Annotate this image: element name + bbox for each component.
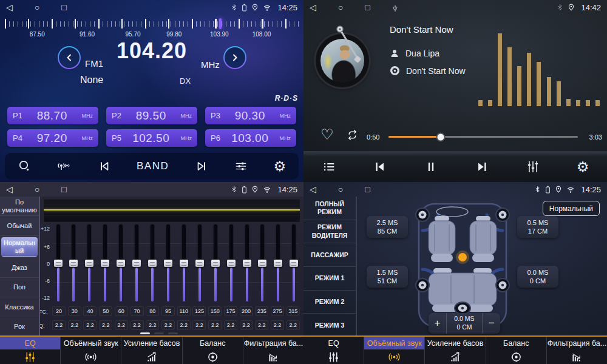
radio-preset-button[interactable]: P289.50MHz <box>106 107 197 124</box>
slider-handle[interactable] <box>274 260 282 267</box>
pause-button[interactable] <box>424 160 438 174</box>
eq-band-slider[interactable] <box>179 224 188 302</box>
eq-band-slider[interactable] <box>132 224 141 302</box>
eq-band-slider[interactable] <box>53 224 63 302</box>
previous-track-button[interactable] <box>372 160 388 174</box>
settings-button[interactable]: ⚙ <box>577 160 589 174</box>
front-right-delay-box[interactable]: 0.5 MS 17 CM <box>517 216 558 238</box>
home-icon[interactable]: ○ <box>338 0 343 15</box>
eq-preset-item[interactable]: Классика <box>0 297 39 317</box>
eq-band-slider[interactable] <box>85 224 94 302</box>
rear-right-delay-box[interactable]: 0.0 MS 0 CM <box>517 266 558 288</box>
tab-filter[interactable]: Фильтрация ба... <box>547 337 607 364</box>
slider-handle[interactable] <box>227 260 236 267</box>
slider-handle[interactable] <box>195 260 204 267</box>
tab-bass-boost[interactable]: Усиление басов <box>425 337 486 364</box>
tune-up-button[interactable] <box>223 46 246 69</box>
tab-balance[interactable]: Баланс <box>486 337 547 364</box>
slider-handle[interactable] <box>54 260 63 267</box>
band-switch-button[interactable]: BAND <box>137 160 169 172</box>
progress-knob[interactable] <box>436 132 445 141</box>
tab-surround-sound[interactable]: Объёмный звук <box>364 337 425 364</box>
delay-mode-item[interactable]: РЕЖИМ ВОДИТЕЛЯ <box>304 220 356 244</box>
tune-down-button[interactable] <box>58 46 81 69</box>
eq-band-slider[interactable] <box>226 224 236 302</box>
tab-bass-boost[interactable]: Усиление басов <box>121 337 182 364</box>
eq-band-slider[interactable] <box>163 224 172 302</box>
recents-icon[interactable]: □ <box>61 0 66 15</box>
tab-surround-sound[interactable]: Объёмный звук <box>61 337 121 364</box>
delay-mode-item[interactable]: РЕЖИМ 1 <box>304 267 356 291</box>
slider-handle[interactable] <box>101 260 109 267</box>
recents-icon[interactable]: □ <box>365 0 370 15</box>
home-icon[interactable]: ○ <box>35 182 39 197</box>
eq-preset-item[interactable]: Обычай <box>0 216 39 235</box>
broadcast-button[interactable] <box>56 160 72 173</box>
repeat-button[interactable] <box>345 129 360 141</box>
eq-band-slider[interactable] <box>117 224 126 302</box>
tab-balance[interactable]: Баланс <box>183 337 243 364</box>
eq-preset-item[interactable]: По умолчанию <box>0 197 39 216</box>
back-icon[interactable]: ◁ <box>6 0 13 15</box>
rear-left-delay-box[interactable]: 1.5 MS 51 CM <box>367 266 408 288</box>
recents-icon[interactable]: □ <box>365 182 370 197</box>
back-icon[interactable]: ◁ <box>310 182 316 197</box>
eq-band-slider[interactable] <box>242 224 251 302</box>
equalizer-button[interactable] <box>526 160 540 174</box>
audio-settings-button[interactable] <box>234 160 248 173</box>
slider-handle[interactable] <box>85 260 93 267</box>
slider-handle[interactable] <box>164 260 172 267</box>
delay-increase-button[interactable]: + <box>429 313 446 334</box>
tab-eq[interactable]: EQ <box>0 337 61 364</box>
tab-filter[interactable]: Фильтрация ба... <box>243 337 304 364</box>
eq-band-slider[interactable] <box>258 224 267 302</box>
back-icon[interactable]: ◁ <box>310 0 316 15</box>
eq-band-slider[interactable] <box>148 224 157 302</box>
favorite-button[interactable]: ♡ <box>320 127 334 142</box>
next-track-button[interactable] <box>474 160 490 174</box>
previous-station-button[interactable] <box>97 160 112 173</box>
slider-handle[interactable] <box>148 260 157 267</box>
delay-mode-item[interactable]: РЕЖИМ 2 <box>304 291 356 314</box>
eq-band-slider[interactable] <box>274 224 283 302</box>
slider-handle[interactable] <box>243 260 251 267</box>
slider-handle[interactable] <box>258 260 266 267</box>
slider-handle[interactable] <box>69 260 78 267</box>
delay-decrease-button[interactable]: − <box>483 313 500 334</box>
eq-preset-item[interactable]: Джаз <box>0 258 39 277</box>
scan-search-button[interactable] <box>18 160 31 173</box>
eq-preset-item[interactable]: Нормальный <box>1 237 38 257</box>
eq-band-slider[interactable] <box>101 224 110 302</box>
delay-mode-item[interactable]: ПОЛНЫЙ РЕЖИМ <box>304 197 356 220</box>
eq-band-slider[interactable] <box>290 224 299 302</box>
radio-preset-button[interactable]: P5102.50MHz <box>106 129 197 147</box>
recents-icon[interactable]: □ <box>61 182 66 197</box>
slider-handle[interactable] <box>211 260 220 267</box>
next-station-button[interactable] <box>194 160 209 173</box>
eq-band-slider[interactable] <box>211 224 220 302</box>
eq-preset-item[interactable]: Рок <box>0 317 39 337</box>
eq-band-slider[interactable] <box>195 224 204 302</box>
delay-mode-item[interactable]: ПАССАЖИР <box>304 243 356 267</box>
back-icon[interactable]: ◁ <box>6 182 13 197</box>
radio-preset-button[interactable]: P6103.00MHz <box>205 129 296 147</box>
radio-preset-button[interactable]: P390.30MHz <box>205 107 296 124</box>
sound-profile-button[interactable]: Нормальный <box>543 201 600 216</box>
front-left-delay-box[interactable]: 2.5 MS 85 CM <box>367 216 408 238</box>
settings-button[interactable]: ⚙ <box>274 160 287 174</box>
slider-handle[interactable] <box>132 260 141 267</box>
playlist-button[interactable] <box>322 160 336 174</box>
progress-bar[interactable] <box>388 136 578 138</box>
radio-preset-button[interactable]: P497.20MHz <box>7 129 98 147</box>
tuner-indicator[interactable] <box>219 18 222 29</box>
delay-mode-item[interactable]: РЕЖИМ 3 <box>304 314 356 337</box>
radio-preset-button[interactable]: P188.70MHz <box>7 107 98 124</box>
slider-handle[interactable] <box>117 260 125 267</box>
eq-preset-item[interactable]: Поп <box>0 278 39 297</box>
slider-handle[interactable] <box>180 260 188 267</box>
home-icon[interactable]: ○ <box>338 182 343 197</box>
tuner-scale[interactable] <box>5 18 299 29</box>
tab-eq[interactable]: EQ <box>304 337 364 364</box>
eq-band-slider[interactable] <box>69 224 78 302</box>
slider-handle[interactable] <box>290 260 298 267</box>
